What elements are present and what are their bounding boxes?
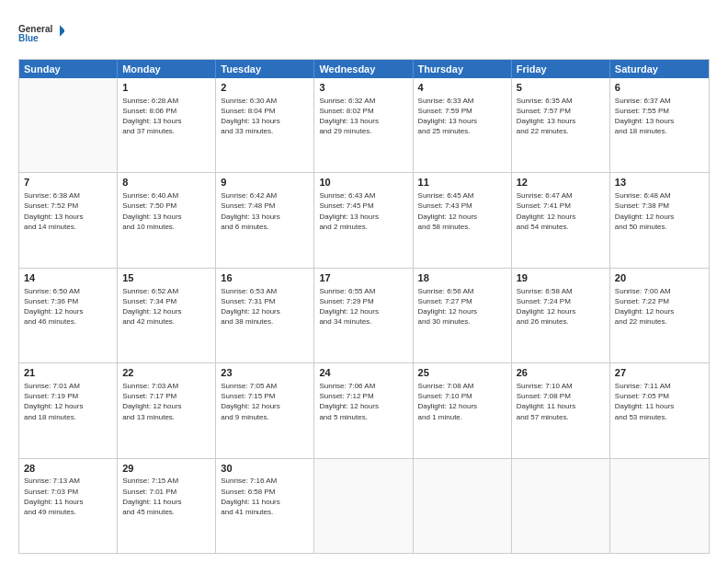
calendar-cell-empty-4-4 bbox=[414, 459, 512, 553]
header-day-monday: Monday bbox=[118, 60, 216, 78]
cell-text-line: Daylight: 12 hours bbox=[122, 306, 210, 316]
cell-text-line: Sunrise: 7:06 AM bbox=[319, 381, 407, 391]
cell-text-line: Sunset: 7:45 PM bbox=[319, 201, 407, 211]
cell-text-line: and 2 minutes. bbox=[319, 222, 407, 232]
cell-text-line: Daylight: 12 hours bbox=[319, 401, 407, 411]
cell-text-line: Sunset: 7:57 PM bbox=[517, 106, 605, 116]
cell-text-line: Sunrise: 7:16 AM bbox=[221, 476, 309, 486]
cell-text-line: Sunset: 8:06 PM bbox=[122, 106, 210, 116]
day-number: 18 bbox=[418, 271, 506, 285]
cell-text-line: Sunset: 7:27 PM bbox=[418, 296, 506, 306]
cell-text-line: and 34 minutes. bbox=[319, 316, 407, 327]
day-number: 23 bbox=[221, 366, 309, 380]
cell-text-line: Daylight: 12 hours bbox=[615, 306, 704, 316]
cell-text-line: Sunset: 7:41 PM bbox=[517, 201, 605, 211]
cell-text-line: Sunset: 7:31 PM bbox=[221, 296, 309, 306]
day-number: 30 bbox=[221, 462, 309, 476]
calendar-cell-day-19: 19Sunrise: 6:58 AMSunset: 7:24 PMDayligh… bbox=[512, 269, 610, 362]
cell-text-line: Daylight: 13 hours bbox=[517, 116, 605, 126]
cell-text-line: and 37 minutes. bbox=[122, 126, 210, 136]
cell-text-line: Daylight: 11 hours bbox=[122, 497, 210, 507]
cell-text-line: and 14 minutes. bbox=[24, 222, 112, 232]
day-number: 20 bbox=[615, 271, 704, 285]
cell-text-line: and 58 minutes. bbox=[418, 222, 506, 232]
cell-text-line: Daylight: 13 hours bbox=[24, 212, 112, 222]
cell-text-line: and 18 minutes. bbox=[615, 126, 704, 136]
calendar-header-row: SundayMondayTuesdayWednesdayThursdayFrid… bbox=[19, 60, 709, 78]
cell-text-line: Sunrise: 6:58 AM bbox=[517, 286, 605, 296]
cell-text-line: and 57 minutes. bbox=[517, 412, 605, 422]
cell-text-line: Sunrise: 7:05 AM bbox=[221, 381, 309, 391]
cell-text-line: Daylight: 13 hours bbox=[122, 116, 210, 126]
cell-text-line: Daylight: 12 hours bbox=[418, 306, 506, 316]
day-number: 15 bbox=[122, 271, 210, 285]
calendar-cell-day-12: 12Sunrise: 6:47 AMSunset: 7:41 PMDayligh… bbox=[512, 173, 610, 267]
cell-text-line: Daylight: 12 hours bbox=[319, 306, 407, 316]
cell-text-line: Sunset: 7:55 PM bbox=[615, 106, 704, 116]
calendar-cell-day-24: 24Sunrise: 7:06 AMSunset: 7:12 PMDayligh… bbox=[314, 363, 413, 457]
cell-text-line: Sunrise: 6:52 AM bbox=[122, 286, 210, 296]
cell-text-line: Sunset: 7:34 PM bbox=[122, 296, 210, 306]
cell-text-line: Sunset: 7:29 PM bbox=[319, 296, 407, 306]
calendar-cell-empty-4-6 bbox=[610, 459, 709, 553]
cell-text-line: Sunrise: 6:55 AM bbox=[319, 286, 407, 296]
calendar-cell-day-26: 26Sunrise: 7:10 AMSunset: 7:08 PMDayligh… bbox=[512, 363, 610, 457]
cell-text-line: and 54 minutes. bbox=[517, 222, 605, 232]
cell-text-line: Sunrise: 6:37 AM bbox=[615, 96, 704, 106]
header: General Blue bbox=[18, 15, 710, 52]
cell-text-line: Sunset: 8:04 PM bbox=[221, 106, 309, 116]
calendar-cell-day-5: 5Sunrise: 6:35 AMSunset: 7:57 PMDaylight… bbox=[512, 78, 610, 172]
header-day-tuesday: Tuesday bbox=[216, 60, 314, 78]
cell-text-line: Daylight: 12 hours bbox=[24, 306, 112, 316]
calendar-week-3: 14Sunrise: 6:50 AMSunset: 7:36 PMDayligh… bbox=[19, 268, 709, 362]
cell-text-line: and 50 minutes. bbox=[615, 222, 704, 232]
cell-text-line: Daylight: 12 hours bbox=[517, 306, 605, 316]
calendar-cell-day-14: 14Sunrise: 6:50 AMSunset: 7:36 PMDayligh… bbox=[19, 269, 118, 362]
calendar-cell-day-15: 15Sunrise: 6:52 AMSunset: 7:34 PMDayligh… bbox=[118, 269, 216, 362]
day-number: 1 bbox=[122, 81, 210, 95]
svg-text:Blue: Blue bbox=[18, 33, 39, 43]
cell-text-line: Daylight: 11 hours bbox=[517, 401, 605, 411]
calendar-cell-day-4: 4Sunrise: 6:33 AMSunset: 7:59 PMDaylight… bbox=[414, 78, 512, 172]
svg-marker-2 bbox=[60, 25, 64, 37]
calendar-cell-day-6: 6Sunrise: 6:37 AMSunset: 7:55 PMDaylight… bbox=[610, 78, 709, 172]
cell-text-line: and 42 minutes. bbox=[122, 316, 210, 327]
cell-text-line: Daylight: 12 hours bbox=[221, 306, 309, 316]
day-number: 3 bbox=[319, 81, 407, 95]
cell-text-line: Daylight: 12 hours bbox=[122, 401, 210, 411]
header-day-sunday: Sunday bbox=[19, 60, 118, 78]
day-number: 16 bbox=[221, 271, 309, 285]
calendar-cell-day-8: 8Sunrise: 6:40 AMSunset: 7:50 PMDaylight… bbox=[118, 173, 216, 267]
cell-text-line: Sunrise: 6:33 AM bbox=[418, 96, 506, 106]
cell-text-line: Sunset: 7:22 PM bbox=[615, 296, 704, 306]
calendar-cell-day-16: 16Sunrise: 6:53 AMSunset: 7:31 PMDayligh… bbox=[216, 269, 314, 362]
cell-text-line: Sunset: 7:24 PM bbox=[517, 296, 605, 306]
calendar-cell-day-21: 21Sunrise: 7:01 AMSunset: 7:19 PMDayligh… bbox=[19, 363, 118, 457]
day-number: 28 bbox=[24, 462, 112, 476]
cell-text-line: Sunset: 7:03 PM bbox=[24, 487, 112, 497]
cell-text-line: Sunset: 7:19 PM bbox=[24, 391, 112, 401]
calendar-cell-empty-0-0 bbox=[19, 78, 118, 172]
calendar-cell-empty-4-5 bbox=[512, 459, 610, 553]
cell-text-line: Daylight: 13 hours bbox=[221, 116, 309, 126]
cell-text-line: and 26 minutes. bbox=[517, 316, 605, 327]
calendar-cell-day-25: 25Sunrise: 7:08 AMSunset: 7:10 PMDayligh… bbox=[414, 363, 512, 457]
logo: General Blue bbox=[18, 15, 64, 52]
cell-text-line: Sunrise: 7:15 AM bbox=[122, 476, 210, 486]
calendar-cell-day-29: 29Sunrise: 7:15 AMSunset: 7:01 PMDayligh… bbox=[118, 459, 216, 553]
calendar-week-4: 21Sunrise: 7:01 AMSunset: 7:19 PMDayligh… bbox=[19, 362, 709, 457]
cell-text-line: Sunset: 7:48 PM bbox=[221, 201, 309, 211]
cell-text-line: Daylight: 12 hours bbox=[418, 401, 506, 411]
cell-text-line: Daylight: 12 hours bbox=[24, 401, 112, 411]
cell-text-line: Sunrise: 7:08 AM bbox=[418, 381, 506, 391]
cell-text-line: Sunset: 7:15 PM bbox=[221, 391, 309, 401]
day-number: 14 bbox=[24, 271, 112, 285]
cell-text-line: and 45 minutes. bbox=[122, 507, 210, 517]
calendar-cell-day-1: 1Sunrise: 6:28 AMSunset: 8:06 PMDaylight… bbox=[118, 78, 216, 172]
cell-text-line: and 6 minutes. bbox=[221, 222, 309, 232]
calendar-week-5: 28Sunrise: 7:13 AMSunset: 7:03 PMDayligh… bbox=[19, 458, 709, 553]
cell-text-line: Sunset: 7:52 PM bbox=[24, 201, 112, 211]
cell-text-line: Sunrise: 6:48 AM bbox=[615, 190, 704, 201]
cell-text-line: and 53 minutes. bbox=[615, 412, 704, 422]
cell-text-line: Sunrise: 6:40 AM bbox=[122, 190, 210, 201]
